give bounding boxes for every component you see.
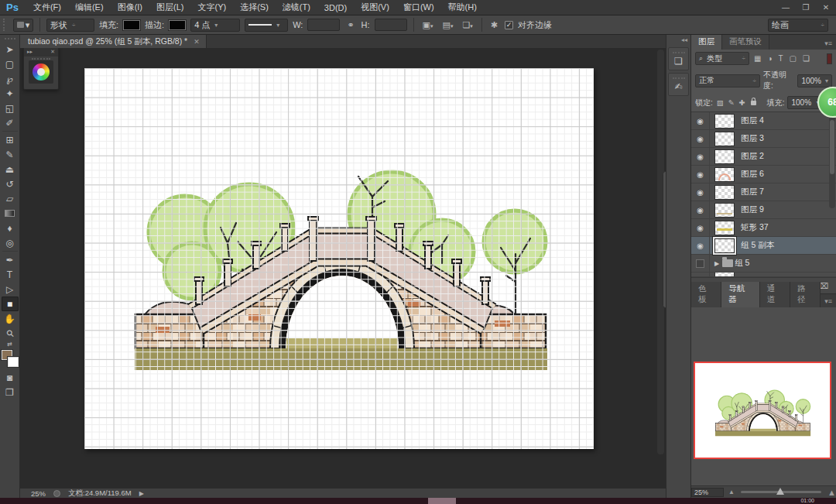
type-filter-icon[interactable]: T (777, 54, 785, 63)
lock-pixels-icon[interactable]: ✎ (728, 98, 735, 107)
close-tab-icon[interactable]: ✕ (194, 38, 200, 46)
shape-filter-icon[interactable]: ▢ (788, 54, 798, 63)
link-dimensions-icon[interactable]: ⚭ (344, 20, 356, 30)
menu-3d[interactable]: 3D(D) (317, 3, 354, 12)
layer-row[interactable]: ◉ 图层 3 (691, 130, 836, 148)
stroke-width-select[interactable]: 4 点▾ (190, 19, 240, 32)
tool-preset-picker[interactable]: ▾ (13, 19, 33, 32)
scrollbar-thumb[interactable] (663, 171, 666, 309)
close-button[interactable]: ✕ (816, 0, 836, 15)
layer-thumbnail[interactable] (714, 167, 735, 182)
pasteboard[interactable]: ▸▸ ✕ (20, 48, 666, 488)
panel-menu-icon[interactable]: ▾≡ (821, 297, 836, 307)
blur-tool[interactable]: ♦ (2, 221, 19, 235)
layer-row[interactable]: ◉ 图层 9 (691, 201, 836, 219)
close-icon[interactable]: ✕ (50, 49, 55, 55)
tab-channels[interactable]: 通道 (760, 282, 790, 307)
dodge-tool[interactable]: ◎ (2, 235, 19, 250)
path-alignment-icon[interactable]: ▤▾ (440, 20, 456, 30)
smart-object-filter-icon[interactable]: ❏ (801, 54, 811, 63)
layer-thumbnail[interactable] (714, 132, 735, 146)
lasso-tool[interactable]: ℘ (2, 71, 19, 86)
brush-panel-button[interactable]: ✍ (668, 73, 689, 96)
rectangular-marquee-tool[interactable]: ▢ (2, 57, 19, 71)
type-tool[interactable]: T (2, 267, 19, 282)
lock-position-icon[interactable]: ✚ (738, 98, 746, 107)
screen-mode-button[interactable]: ❐ (2, 385, 19, 399)
collapse-dock-icon[interactable]: ◂◂ (678, 35, 690, 45)
layer-row-partial[interactable] (691, 273, 836, 277)
brush-tool[interactable]: ✎ (2, 147, 19, 162)
background-color-swatch[interactable] (8, 357, 19, 367)
clone-stamp-tool[interactable]: ⏏ (2, 162, 19, 177)
fill-swatch[interactable] (123, 20, 140, 30)
visibility-eye-icon[interactable]: ◉ (691, 130, 710, 147)
status-zoom[interactable]: 25% (31, 489, 46, 498)
slider-thumb[interactable] (776, 488, 784, 495)
path-selection-tool[interactable]: ▷ (2, 282, 19, 297)
history-panel-button[interactable]: ❏ (668, 47, 689, 70)
visibility-checkbox-empty[interactable] (691, 255, 710, 272)
color-wheel-button[interactable] (29, 60, 53, 84)
adjustment-filter-icon[interactable]: ◑ (766, 54, 773, 63)
layer-thumbnail[interactable] (714, 114, 735, 129)
width-input[interactable] (307, 19, 340, 31)
rectangle-tool[interactable]: ■ (2, 297, 19, 311)
tab-layers[interactable]: 图层 (691, 35, 722, 50)
tab-swatches[interactable]: 色板 (691, 282, 721, 307)
blend-mode-select[interactable]: 正常÷ (695, 74, 760, 87)
navigator-zoom-field[interactable]: 25% (691, 488, 724, 497)
restore-button[interactable]: ❐ (796, 0, 816, 15)
tab-brush-presets[interactable]: 画笔预设 (722, 35, 769, 50)
layer-thumbnail[interactable] (714, 149, 735, 164)
path-operations-icon[interactable]: ▣▾ (420, 20, 436, 30)
gradient-tool[interactable] (2, 206, 19, 221)
visibility-eye-icon[interactable]: ◉ (691, 237, 710, 254)
visibility-eye-icon[interactable]: ◉ (691, 201, 710, 218)
status-menu-arrow-icon[interactable]: ▶ (139, 490, 144, 497)
lock-all-icon[interactable] (751, 101, 756, 105)
opacity-select[interactable]: 100%▾ (797, 74, 832, 87)
stroke-style-select[interactable]: ▾ (245, 19, 288, 32)
layer-row-selected[interactable]: ◉ 组 5 副本 (691, 237, 836, 255)
path-arrange-icon[interactable]: ❏▾ (460, 20, 475, 30)
canvas[interactable] (84, 68, 594, 449)
align-edges-checkbox[interactable]: ✓ (505, 21, 513, 29)
navigator-zoom-slider[interactable] (741, 491, 821, 493)
navigator-proxy-view[interactable] (694, 362, 831, 459)
magic-wand-tool[interactable]: ✦ (2, 86, 19, 101)
scrollbar-thumb[interactable] (830, 120, 834, 174)
menu-file[interactable]: 文件(F) (26, 2, 68, 13)
menu-view[interactable]: 视图(V) (354, 2, 396, 13)
layer-thumbnail[interactable] (714, 238, 735, 253)
filter-type-select[interactable]: ⌕类型÷ (695, 52, 749, 65)
layer-row[interactable]: ◉ 图层 2 (691, 148, 836, 166)
visibility-eye-icon[interactable]: ◉ (691, 166, 710, 183)
quick-mask-button[interactable]: ◙ (2, 370, 19, 385)
layer-row[interactable]: ◉ 矩形 37 (691, 219, 836, 237)
menu-select[interactable]: 选择(S) (233, 2, 276, 13)
menu-image[interactable]: 图像(I) (111, 2, 149, 13)
eyedropper-tool[interactable]: ✐ (2, 115, 19, 130)
height-input[interactable] (375, 19, 407, 31)
tab-paths[interactable]: 路径 (790, 282, 821, 307)
expand-triangle-icon[interactable]: ▶ (714, 260, 719, 267)
lock-transparent-icon[interactable]: ▨ (716, 98, 725, 107)
crop-tool[interactable]: ◱ (2, 101, 19, 115)
visibility-eye-icon[interactable]: ◉ (691, 183, 710, 201)
layer-thumbnail[interactable] (714, 203, 735, 218)
menu-window[interactable]: 窗口(W) (396, 2, 441, 13)
tab-navigator[interactable]: 导航器 (721, 282, 759, 307)
document-tab[interactable]: tubiao qiao.psd @ 25% (组 5 副本, RGB/8) * … (20, 35, 207, 48)
visibility-eye-icon[interactable]: ◉ (691, 112, 710, 129)
filter-on-off-toggle[interactable] (827, 53, 832, 64)
gear-icon[interactable]: ✱ (488, 20, 500, 30)
visibility-eye-icon[interactable]: ◉ (691, 219, 710, 236)
menu-edit[interactable]: 编辑(E) (68, 2, 111, 13)
history-brush-tool[interactable]: ↺ (2, 177, 19, 191)
workspace-select[interactable]: 绘画÷ (768, 19, 828, 32)
vertical-scrollbar[interactable] (657, 50, 664, 454)
zoom-out-icon[interactable]: ▲ (728, 489, 735, 495)
layer-row[interactable]: ◉ 图层 6 (691, 166, 836, 183)
stroke-swatch[interactable] (169, 20, 186, 30)
